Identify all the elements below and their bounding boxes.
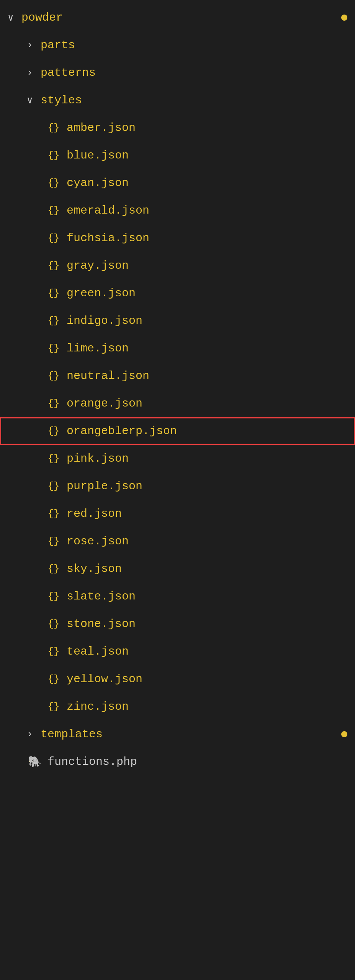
folder-powder[interactable]: ∨ powder [0,4,355,31]
file-label: emerald.json [67,204,149,217]
file-label: red.json [67,507,122,520]
file-functions-php[interactable]: 🐘 functions.php [0,748,355,776]
json-file-icon: {} [46,563,61,575]
json-file-icon: {} [46,591,61,602]
chevron-right-icon: › [27,39,36,51]
json-file-icon: {} [46,260,61,271]
file-emerald-json[interactable]: {} emerald.json [0,197,355,224]
folder-patterns[interactable]: › patterns [0,59,355,87]
json-file-icon: {} [46,315,61,327]
json-file-icon: {} [46,122,61,134]
file-label: functions.php [47,755,137,768]
json-file-icon: {} [46,205,61,216]
json-file-icon: {} [46,453,61,464]
json-file-icon: {} [46,536,61,547]
file-blue-json[interactable]: {} blue.json [0,142,355,169]
file-orange-json[interactable]: {} orange.json [0,390,355,417]
file-red-json[interactable]: {} red.json [0,500,355,528]
modified-dot-badge [341,731,347,737]
json-file-icon: {} [46,150,61,161]
folder-parts[interactable]: › parts [0,31,355,59]
file-label: purple.json [67,480,142,493]
file-label: blue.json [67,149,129,162]
file-amber-json[interactable]: {} amber.json [0,114,355,142]
file-green-json[interactable]: {} green.json [0,279,355,307]
file-zinc-json[interactable]: {} zinc.json [0,693,355,720]
file-sky-json[interactable]: {} sky.json [0,555,355,583]
json-file-icon: {} [46,287,61,299]
file-label: yellow.json [67,673,142,686]
file-pink-json[interactable]: {} pink.json [0,445,355,472]
file-label: lime.json [67,342,129,355]
json-file-icon: {} [46,701,61,712]
file-label: slate.json [67,590,136,603]
json-file-icon: {} [46,673,61,685]
chevron-right-icon: › [27,728,36,740]
file-purple-json[interactable]: {} purple.json [0,472,355,500]
file-label: cyan.json [67,176,129,189]
file-label: indigo.json [67,314,142,327]
json-file-icon: {} [46,398,61,409]
file-cyan-json[interactable]: {} cyan.json [0,169,355,197]
file-label: fuchsia.json [67,232,149,245]
json-file-icon: {} [46,646,61,657]
file-stone-json[interactable]: {} stone.json [0,610,355,638]
php-elephant-icon: 🐘 [27,755,42,768]
json-file-icon: {} [46,508,61,519]
chevron-down-icon: ∨ [27,94,36,106]
json-file-icon: {} [46,618,61,630]
folder-styles[interactable]: ∨ styles [0,87,355,114]
json-file-icon: {} [46,177,61,189]
folder-templates[interactable]: › templates [0,720,355,748]
file-yellow-json[interactable]: {} yellow.json [0,665,355,693]
folder-label: styles [41,94,82,107]
modified-dot-badge [341,15,347,21]
file-orangeblerp-json[interactable]: {} orangeblerp.json [0,417,355,445]
file-label: sky.json [67,562,122,575]
file-rose-json[interactable]: {} rose.json [0,528,355,555]
folder-label: patterns [41,66,96,79]
json-file-icon: {} [46,232,61,244]
json-file-icon: {} [46,343,61,354]
file-label: green.json [67,287,136,300]
file-label: neutral.json [67,369,149,382]
file-label: amber.json [67,121,136,134]
json-file-icon: {} [46,370,61,382]
file-tree: ∨ powder › parts › patterns ∨ styles [0,0,355,779]
file-fuchsia-json[interactable]: {} fuchsia.json [0,224,355,252]
file-label: stone.json [67,617,136,630]
chevron-right-icon: › [27,67,36,78]
file-label: gray.json [67,259,129,272]
file-teal-json[interactable]: {} teal.json [0,638,355,665]
file-indigo-json[interactable]: {} indigo.json [0,307,355,335]
json-file-icon: {} [46,480,61,492]
file-label: orange.json [67,397,142,410]
folder-label: templates [41,728,103,741]
file-gray-json[interactable]: {} gray.json [0,252,355,279]
file-slate-json[interactable]: {} slate.json [0,583,355,610]
file-label: rose.json [67,535,129,548]
json-file-icon: {} [46,425,61,437]
file-label: orangeblerp.json [67,425,177,438]
folder-label: parts [41,39,75,52]
chevron-down-icon: ∨ [8,11,17,24]
folder-label: powder [21,11,63,24]
file-lime-json[interactable]: {} lime.json [0,335,355,362]
file-label: zinc.json [67,700,129,713]
file-label: pink.json [67,452,129,465]
file-label: teal.json [67,645,129,658]
file-neutral-json[interactable]: {} neutral.json [0,362,355,390]
